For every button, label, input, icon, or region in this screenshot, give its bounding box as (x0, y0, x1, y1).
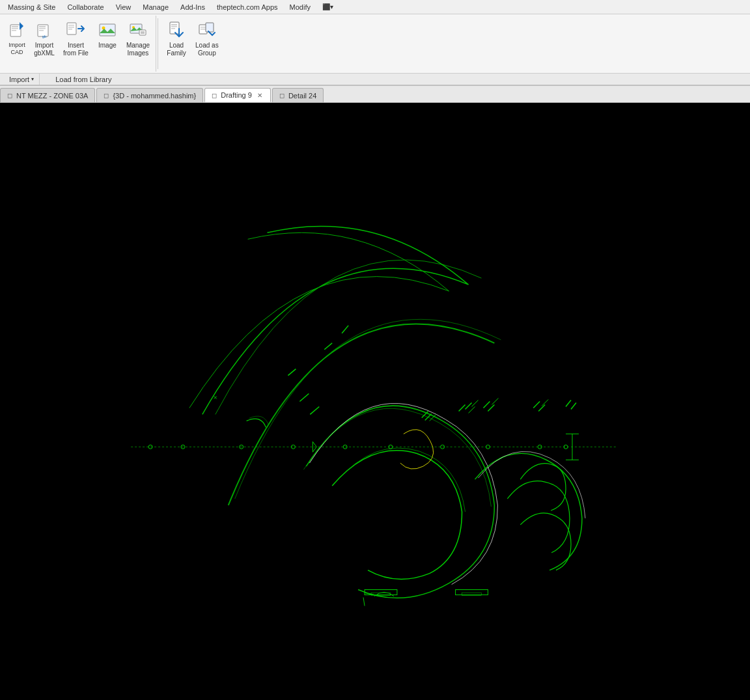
import-label: Import (9, 76, 29, 83)
svg-rect-12 (68, 29, 72, 30)
svg-rect-21 (171, 24, 177, 25)
tab-drafting-icon: ◻ (212, 92, 217, 99)
tab-3d-icon: ◻ (104, 92, 109, 99)
load-family-button[interactable]: LoadFamily (162, 17, 191, 60)
menu-view[interactable]: View (111, 2, 137, 12)
load-library-section-label: Load from Library (50, 74, 117, 85)
tab-drafting9[interactable]: ◻ Drafting 9 ✕ (204, 88, 271, 102)
svg-rect-17 (139, 30, 146, 35)
tab-drafting9-close[interactable]: ✕ (256, 92, 264, 99)
import-gbxml-button[interactable]: gb ImportgbXML (30, 17, 59, 60)
ribbon-content: ImportCAD gb I (0, 14, 750, 73)
image-label: Image (98, 42, 117, 49)
svg-rect-11 (68, 27, 74, 28)
tab-mezz-icon: ◻ (7, 92, 12, 99)
svg-rect-22 (171, 26, 177, 27)
load-family-icon (166, 20, 187, 40)
ribbon: ImportCAD gb I (0, 14, 750, 86)
menu-manage[interactable]: Manage (137, 2, 174, 12)
svg-rect-3 (12, 30, 16, 31)
svg-rect-29 (1, 103, 749, 700)
import-ribbon-group: ImportCAD gb I (3, 16, 156, 72)
tab-mezz-label: NT MEZZ - ZONE 03A (16, 92, 88, 100)
tab-detail-icon: ◻ (279, 92, 285, 99)
svg-rect-2 (12, 28, 18, 29)
import-section-label: Import ▾ (4, 74, 40, 85)
load-library-buttons: LoadFamily Lo (162, 17, 222, 70)
import-cad-icon (7, 20, 27, 40)
app-window: Massing & Site Collaborate View Manage A… (0, 0, 750, 700)
manage-images-button[interactable]: ManageImages (123, 17, 153, 60)
svg-rect-6 (39, 28, 46, 29)
svg-rect-26 (201, 27, 206, 28)
manage-images-icon (128, 20, 148, 40)
menu-icon-btn[interactable]: ⬛▾ (317, 2, 339, 12)
svg-rect-7 (39, 30, 44, 31)
load-library-ribbon-group: LoadFamily Lo (160, 16, 225, 72)
tab-3d[interactable]: ◻ {3D - mohammed.hashim} (96, 88, 203, 102)
ribbon-bottom-row: Import ▾ Load from Library (0, 73, 750, 85)
import-gbxml-label: ImportgbXML (34, 42, 55, 57)
menu-add-ins[interactable]: Add-Ins (175, 2, 210, 12)
tab-drafting9-label: Drafting 9 (221, 91, 252, 99)
menu-theptech[interactable]: theptech.com Apps (212, 2, 283, 12)
svg-rect-5 (39, 26, 46, 27)
image-icon (97, 20, 118, 40)
load-as-group-button[interactable]: Load asGroup (192, 17, 222, 60)
import-cad-label: ImportCAD (8, 42, 25, 56)
svg-rect-10 (68, 25, 74, 26)
manage-images-label: ManageImages (126, 42, 150, 57)
image-button[interactable]: Image (93, 17, 122, 52)
tab-detail24[interactable]: ◻ Detail 24 (272, 88, 324, 102)
menu-modify[interactable]: Modify (285, 2, 316, 12)
load-as-group-label: Load asGroup (195, 42, 219, 57)
import-buttons: ImportCAD gb I (5, 17, 153, 70)
load-library-label: Load from Library (55, 76, 111, 83)
svg-rect-23 (171, 28, 175, 29)
insert-file-icon (65, 20, 86, 40)
tab-mezz[interactable]: ◻ NT MEZZ - ZONE 03A (0, 88, 95, 102)
svg-text:gb: gb (42, 35, 47, 38)
import-arrow: ▾ (31, 76, 34, 82)
svg-rect-13 (100, 24, 115, 36)
load-family-label: LoadFamily (167, 42, 186, 57)
tab-detail24-label: Detail 24 (288, 92, 316, 100)
load-group-icon (197, 20, 217, 40)
tabs-bar: ◻ NT MEZZ - ZONE 03A ◻ {3D - mohammed.ha… (0, 86, 750, 103)
svg-rect-27 (201, 29, 206, 30)
insert-from-file-label: Insertfrom File (63, 42, 89, 57)
menu-massing-site[interactable]: Massing & Site (3, 2, 61, 12)
import-gbxml-icon: gb (34, 20, 55, 40)
import-cad-button[interactable]: ImportCAD (5, 17, 29, 59)
menubar: Massing & Site Collaborate View Manage A… (0, 0, 750, 14)
menu-collaborate[interactable]: Collaborate (62, 2, 109, 12)
insert-from-file-button[interactable]: Insertfrom File (60, 17, 92, 60)
svg-rect-28 (206, 23, 214, 32)
drawing-canvas (0, 103, 750, 700)
svg-rect-1 (12, 26, 18, 27)
tab-3d-label: {3D - mohammed.hashim} (113, 92, 196, 100)
canvas-area[interactable] (0, 103, 750, 700)
